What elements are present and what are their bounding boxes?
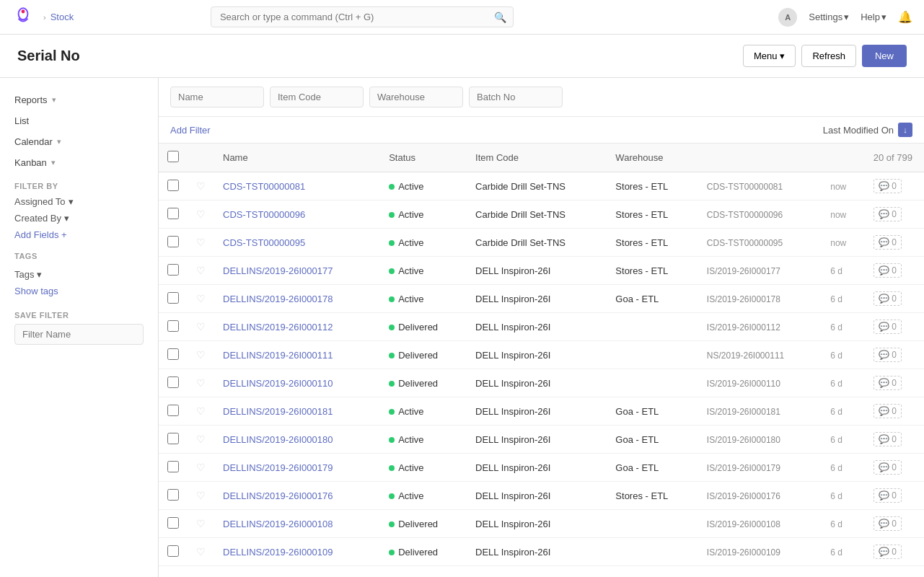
row-select-checkbox[interactable]	[167, 433, 179, 444]
row-comment-cell[interactable]: 💬0	[865, 510, 924, 538]
table-row[interactable]: ♡ DELLINS/2019-26I000180 Active DELL Ins…	[159, 426, 924, 454]
row-select-checkbox[interactable]	[167, 320, 179, 332]
comment-button[interactable]: 💬0	[874, 348, 902, 362]
tags-item[interactable]: Tags ▾	[14, 266, 144, 283]
favorite-icon[interactable]: ♡	[196, 490, 206, 501]
notification-bell-icon[interactable]: 🔔	[898, 10, 912, 24]
row-name[interactable]: CDS-TST00000081	[223, 181, 305, 192]
row-name-cell[interactable]: DELLINS/2019-26I000180	[214, 426, 380, 454]
row-name[interactable]: DELLINS/2019-26I000179	[223, 462, 333, 473]
sidebar-item-reports[interactable]: Reports ▾	[0, 89, 158, 110]
row-select-checkbox[interactable]	[167, 236, 179, 247]
row-name[interactable]: DELLINS/2019-26I000181	[223, 406, 333, 417]
row-select-checkbox[interactable]	[167, 292, 179, 304]
row-name-cell[interactable]: DELLINS/2019-26I000179	[214, 454, 380, 482]
warehouse-column-header[interactable]: Warehouse	[607, 144, 698, 172]
comment-button[interactable]: 💬0	[874, 263, 902, 278]
row-favorite-cell[interactable]: ♡	[188, 172, 214, 201]
row-favorite-cell[interactable]: ♡	[188, 454, 214, 482]
comment-button[interactable]: 💬0	[874, 291, 902, 306]
row-name-cell[interactable]: CDS-TST00000095	[214, 229, 380, 257]
favorite-icon[interactable]: ♡	[196, 377, 206, 389]
row-checkbox-cell[interactable]	[159, 341, 188, 369]
comment-button[interactable]: 💬0	[874, 516, 902, 531]
row-favorite-cell[interactable]: ♡	[188, 426, 214, 454]
table-row[interactable]: ♡ DELLINS/2019-26I000112 Delivered DELL …	[159, 313, 924, 341]
name-column-header[interactable]: Name	[214, 144, 380, 172]
table-row[interactable]: ♡ DELLINS/2019-26I000177 Active DELL Ins…	[159, 257, 924, 285]
row-favorite-cell[interactable]: ♡	[188, 341, 214, 369]
row-name[interactable]: CDS-TST00000096	[223, 209, 305, 220]
row-checkbox-cell[interactable]	[159, 369, 188, 397]
row-name-cell[interactable]: DELLINS/2019-26I000177	[214, 257, 380, 285]
row-name[interactable]: DELLINS/2019-26I000178	[223, 294, 333, 304]
table-row[interactable]: ♡ CDS-TST00000096 Active Carbide Drill S…	[159, 201, 924, 229]
row-favorite-cell[interactable]: ♡	[188, 538, 214, 566]
row-comment-cell[interactable]: 💬0	[865, 341, 924, 369]
table-row[interactable]: ♡ DELLINS/2019-26I000109 Delivered DELL …	[159, 538, 924, 566]
row-favorite-cell[interactable]: ♡	[188, 482, 214, 510]
row-favorite-cell[interactable]: ♡	[188, 369, 214, 397]
row-name[interactable]: DELLINS/2019-26I000180	[223, 434, 333, 445]
row-comment-cell[interactable]: 💬0	[865, 454, 924, 482]
row-name[interactable]: DELLINS/2019-26I000177	[223, 265, 333, 276]
app-logo[interactable]	[12, 6, 35, 29]
last-modified-sort[interactable]: Last Modified On ↓	[823, 123, 912, 137]
comment-button[interactable]: 💬0	[874, 404, 902, 418]
row-select-checkbox[interactable]	[167, 376, 179, 388]
comment-button[interactable]: 💬0	[874, 488, 902, 503]
row-select-checkbox[interactable]	[167, 405, 179, 416]
favorite-icon[interactable]: ♡	[196, 237, 206, 248]
table-row[interactable]: ♡ CDS-TST00000081 Active Carbide Drill S…	[159, 172, 924, 201]
add-filter-button[interactable]: Add Filter	[170, 125, 211, 136]
row-select-checkbox[interactable]	[167, 208, 179, 219]
name-filter-input[interactable]	[170, 87, 264, 107]
row-checkbox-cell[interactable]	[159, 201, 188, 229]
row-favorite-cell[interactable]: ♡	[188, 201, 214, 229]
table-row[interactable]: ♡ DELLINS/2019-26I000179 Active DELL Ins…	[159, 454, 924, 482]
row-name[interactable]: DELLINS/2019-26I000109	[223, 547, 333, 558]
favorite-icon[interactable]: ♡	[196, 180, 206, 192]
breadcrumb-stock[interactable]: Stock	[50, 12, 74, 22]
row-name-cell[interactable]: DELLINS/2019-26I000112	[214, 313, 380, 341]
row-checkbox-cell[interactable]	[159, 285, 188, 313]
warehouse-filter-input[interactable]	[369, 87, 463, 107]
table-row[interactable]: ♡ DELLINS/2019-26I000111 Delivered DELL …	[159, 341, 924, 369]
row-name[interactable]: DELLINS/2019-26I000110	[223, 378, 333, 389]
sidebar-item-kanban[interactable]: Kanban ▾	[0, 152, 158, 173]
row-name-cell[interactable]: DELLINS/2019-26I000111	[214, 341, 380, 369]
table-row[interactable]: ♡ DELLINS/2019-26I000176 Active DELL Ins…	[159, 482, 924, 510]
row-comment-cell[interactable]: 💬0	[865, 229, 924, 257]
comment-button[interactable]: 💬0	[874, 376, 902, 390]
row-name[interactable]: DELLINS/2019-26I000112	[223, 322, 333, 332]
row-checkbox-cell[interactable]	[159, 229, 188, 257]
sort-desc-icon[interactable]: ↓	[898, 123, 912, 137]
select-all-checkbox[interactable]	[167, 151, 179, 162]
sidebar-item-list[interactable]: List	[0, 110, 158, 131]
row-comment-cell[interactable]: 💬0	[865, 397, 924, 426]
row-favorite-cell[interactable]: ♡	[188, 397, 214, 426]
row-checkbox-cell[interactable]	[159, 538, 188, 566]
row-name-cell[interactable]: DELLINS/2019-26I000181	[214, 397, 380, 426]
comment-button[interactable]: 💬0	[874, 432, 902, 446]
status-column-header[interactable]: Status	[380, 144, 467, 172]
row-name-cell[interactable]: DELLINS/2019-26I000108	[214, 510, 380, 538]
favorite-icon[interactable]: ♡	[196, 462, 206, 473]
show-tags-button[interactable]: Show tags	[14, 283, 144, 299]
row-checkbox-cell[interactable]	[159, 510, 188, 538]
favorite-icon[interactable]: ♡	[196, 546, 206, 558]
favorite-icon[interactable]: ♡	[196, 321, 206, 332]
favorite-icon[interactable]: ♡	[196, 265, 206, 276]
row-checkbox-cell[interactable]	[159, 482, 188, 510]
row-select-checkbox[interactable]	[167, 348, 179, 360]
table-row[interactable]: ♡ DELLINS/2019-26I000178 Active DELL Ins…	[159, 285, 924, 313]
table-row[interactable]: ♡ DELLINS/2019-26I000181 Active DELL Ins…	[159, 397, 924, 426]
row-select-checkbox[interactable]	[167, 180, 179, 191]
comment-button[interactable]: 💬0	[874, 545, 902, 559]
settings-menu[interactable]: Settings ▾	[809, 12, 849, 22]
row-favorite-cell[interactable]: ♡	[188, 313, 214, 341]
row-checkbox-cell[interactable]	[159, 397, 188, 426]
created-by-filter[interactable]: Created By ▾	[0, 210, 158, 226]
row-select-checkbox[interactable]	[167, 461, 179, 472]
row-name-cell[interactable]: DELLINS/2019-26I000176	[214, 482, 380, 510]
